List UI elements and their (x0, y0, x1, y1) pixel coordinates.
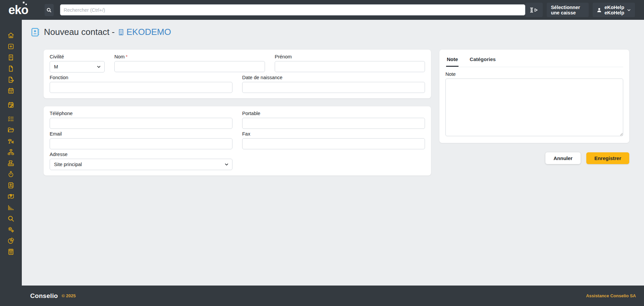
sidebar-item-document[interactable] (0, 63, 22, 74)
search-icon (46, 7, 52, 13)
logo-pixel-decoration (25, 4, 27, 5)
main-content: Nouveau contact - EKODEMO (22, 20, 644, 286)
sidebar-item-calculator[interactable] (0, 246, 22, 257)
tab-note[interactable]: Note (446, 54, 459, 67)
page-title-text: Nouveau contact - (44, 27, 115, 37)
sidebar-item-home[interactable] (0, 30, 22, 41)
task-list-icon (7, 115, 14, 122)
prenom-input[interactable] (275, 61, 425, 72)
sidebar-item-address-book[interactable] (0, 180, 22, 191)
form-actions: Annuler Enregistrer (439, 152, 629, 164)
search-input[interactable] (60, 4, 526, 15)
nom-label: Nom* (114, 54, 265, 59)
portable-label: Portable (242, 111, 425, 116)
civilite-select[interactable]: M (50, 61, 105, 72)
sidebar-item-calendar[interactable] (0, 85, 22, 96)
telephone-input[interactable] (50, 118, 232, 129)
logo-text: eko (8, 3, 28, 17)
contact-details-card: Téléphone Portable Email (44, 106, 431, 175)
sitemap-icon (7, 149, 14, 156)
map-location-icon (7, 193, 14, 200)
bar-chart-icon (7, 204, 14, 211)
email-label: Email (50, 131, 232, 137)
sidebar-item-task-list[interactable] (0, 113, 22, 124)
topbar-right-group: Sélectionner une caisse eKoHelp eKoHelp (525, 3, 635, 17)
civilite-label: Civilité (50, 54, 105, 59)
portable-input[interactable] (242, 118, 425, 129)
sidebar-item-barcode-scanner[interactable] (0, 136, 22, 147)
note-label: Note (445, 71, 623, 77)
calendar-icon (7, 87, 14, 94)
fonction-input[interactable] (50, 82, 232, 93)
user-menu[interactable]: eKoHelp eKoHelp (593, 3, 635, 17)
logo-pixel-decoration (23, 2, 24, 3)
sidebar-item-bar-chart[interactable] (0, 202, 22, 213)
app-window: eko Sélectionner une ca (0, 0, 644, 306)
sidebar-item-map-location[interactable] (0, 191, 22, 202)
folder-open-icon (7, 126, 14, 134)
company-name: EKODEMO (126, 27, 171, 37)
user-icon (597, 7, 602, 13)
select-caisse-button[interactable]: Sélectionner une caisse (547, 3, 589, 17)
fax-input[interactable] (242, 138, 425, 149)
tab-categories[interactable]: Catégories (469, 54, 496, 67)
email-input[interactable] (50, 138, 232, 149)
top-bar: eko Sélectionner une ca (0, 0, 644, 20)
sidebar-item-add-document[interactable] (0, 41, 22, 52)
hourglass-session-button[interactable] (525, 3, 543, 17)
footer: Conselio © 2025 Assistance Conselio SA (22, 286, 644, 306)
footer-brand: Conselio (30, 292, 58, 300)
address-book-icon (7, 182, 14, 189)
settings-gears-icon (7, 226, 14, 233)
required-marker: * (126, 54, 128, 59)
search-button[interactable] (45, 4, 54, 16)
adresse-select[interactable]: Site principal (50, 159, 232, 170)
sidebar-item-document-export[interactable] (0, 74, 22, 85)
building-icon (117, 28, 126, 36)
home-icon (7, 32, 14, 39)
sidebar-item-calendar-edit[interactable] (0, 99, 22, 110)
eko-logo[interactable]: eko (8, 3, 28, 17)
identity-card: Civilité M (44, 50, 431, 98)
pie-chart-icon (7, 237, 14, 244)
assistance-link[interactable]: Assistance Conselio SA (586, 293, 636, 298)
footer-copyright: © 2025 (62, 293, 76, 298)
document-icon (7, 65, 14, 72)
note-textarea[interactable] (445, 79, 623, 136)
note-panel-tabs: Note Catégories (445, 54, 623, 67)
note-panel-card: Note Catégories Note (439, 50, 629, 143)
receipt-icon (7, 54, 14, 61)
sidebar-item-pie-chart[interactable] (0, 235, 22, 246)
calendar-edit-icon (7, 101, 14, 108)
barcode-scanner-icon (7, 138, 14, 145)
select-caisse-label: Sélectionner une caisse (551, 5, 585, 15)
company-link[interactable]: EKODEMO (117, 27, 171, 37)
chevron-down-icon (627, 8, 631, 12)
telephone-label: Téléphone (50, 111, 232, 116)
date-naissance-input[interactable] (242, 82, 425, 93)
sidebar-item-receipt[interactable] (0, 52, 22, 63)
sidebar-item-folder-open[interactable] (0, 124, 22, 136)
contact-card-icon (30, 27, 40, 37)
page-title: Nouveau contact - EKODEMO (30, 27, 644, 37)
user-name-label: eKoHelp eKoHelp (604, 5, 624, 15)
hourglass-play-icon (529, 7, 539, 13)
stopwatch-icon (7, 171, 14, 178)
nom-input[interactable] (114, 61, 265, 72)
search-icon (7, 215, 14, 222)
fax-label: Fax (242, 131, 425, 137)
sidebar-nav (0, 20, 22, 306)
sidebar-item-cash-register[interactable] (0, 158, 22, 169)
sidebar-item-sitemap[interactable] (0, 147, 22, 158)
calculator-icon (7, 248, 14, 255)
sidebar-item-stopwatch[interactable] (0, 169, 22, 180)
sidebar-item-search[interactable] (0, 213, 22, 224)
date-naissance-label: Date de naissance (242, 75, 425, 80)
sidebar-item-settings[interactable] (0, 224, 22, 235)
cancel-button[interactable]: Annuler (545, 152, 581, 164)
add-document-icon (7, 43, 14, 50)
cash-register-icon (7, 160, 14, 167)
prenom-label: Prénom (275, 54, 425, 59)
fonction-label: Fonction (50, 75, 232, 80)
save-button[interactable]: Enregistrer (586, 152, 629, 164)
